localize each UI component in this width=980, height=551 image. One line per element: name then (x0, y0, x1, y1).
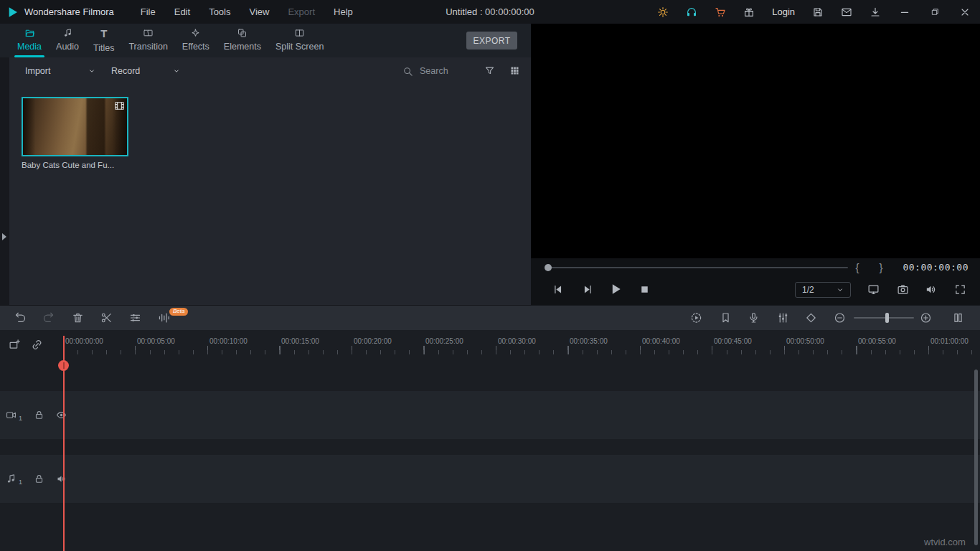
eye-icon[interactable] (56, 410, 67, 420)
display-device-icon[interactable] (867, 283, 880, 296)
undo-icon[interactable] (14, 312, 27, 324)
film-icon (114, 100, 125, 111)
ruler-label: 00:00:00:00 (65, 337, 103, 345)
timeline-zoom-slider[interactable] (854, 317, 914, 319)
support-headset-icon[interactable] (677, 0, 706, 24)
menu-item-edit[interactable]: Edit (165, 0, 199, 24)
seek-handle[interactable] (545, 264, 552, 271)
chevron-down-icon (173, 67, 180, 75)
timeline-vertical-scrollbar[interactable] (974, 369, 978, 545)
brightness-icon[interactable] (649, 0, 677, 24)
marker-icon[interactable] (720, 312, 732, 324)
preview-timecode: 00:00:00:00 (903, 262, 969, 273)
menu-item-file[interactable]: File (131, 0, 165, 24)
tab-media[interactable]: Media (10, 24, 49, 57)
download-icon[interactable] (861, 0, 890, 24)
menu-item-tools[interactable]: Tools (199, 0, 240, 24)
lock-icon[interactable] (34, 410, 44, 420)
export-button[interactable]: EXPORT (466, 32, 517, 50)
video-preview[interactable] (531, 24, 980, 258)
search-icon[interactable] (402, 66, 413, 77)
playback-quality-select[interactable]: 1/2 (795, 282, 851, 298)
maximize-button[interactable] (920, 0, 950, 24)
mark-out-icon[interactable]: } (875, 261, 887, 273)
ruler-label: 00:00:15:00 (281, 337, 319, 345)
redo-icon[interactable] (42, 312, 55, 324)
menu-item-help[interactable]: Help (324, 0, 362, 24)
menu-item-export[interactable]: Export (278, 0, 324, 24)
menu-item-view[interactable]: View (240, 0, 278, 24)
audio-track[interactable]: 1 (0, 455, 980, 503)
record-dropdown[interactable]: Record (111, 57, 180, 85)
video-track[interactable]: 1 (0, 391, 980, 439)
login-button[interactable]: Login (763, 6, 804, 17)
fit-timeline-icon[interactable] (952, 312, 964, 324)
lock-icon[interactable] (34, 474, 44, 484)
render-preview-icon[interactable] (690, 312, 702, 324)
effects-icon (189, 28, 202, 38)
folder-icon (24, 28, 36, 38)
previous-frame-icon[interactable] (552, 283, 565, 296)
audio-track-icon (6, 474, 17, 484)
audio-ducking-icon[interactable] (158, 312, 170, 324)
ruler-label: 00:00:05:00 (137, 337, 175, 345)
transition-icon (142, 28, 154, 38)
voiceover-mic-icon[interactable] (748, 312, 760, 324)
zoom-in-icon[interactable] (920, 312, 932, 324)
search-input[interactable] (418, 65, 474, 77)
tab-label: Split Screen (275, 42, 324, 52)
ruler-label: 00:01:00:00 (930, 337, 969, 345)
media-thumbnail (22, 97, 128, 156)
tab-effects[interactable]: Effects (175, 24, 217, 57)
mark-in-icon[interactable]: { (852, 261, 863, 273)
play-icon[interactable] (608, 282, 623, 296)
gift-icon[interactable] (735, 0, 763, 24)
scissors-icon[interactable] (100, 312, 113, 324)
filter-icon[interactable] (484, 65, 495, 76)
tab-label: Effects (182, 42, 209, 52)
audio-track-header: 1 (0, 472, 67, 486)
snapshot-icon[interactable] (897, 283, 909, 296)
panel-expand-icon[interactable] (2, 233, 6, 240)
speaker-icon[interactable] (925, 283, 937, 296)
video-track-icon (6, 410, 17, 420)
ruler-label: 00:00:40:00 (642, 337, 680, 345)
import-dropdown[interactable]: Import (25, 57, 95, 85)
stop-icon[interactable] (639, 283, 651, 296)
zoom-out-icon[interactable] (834, 312, 846, 324)
collapsed-side-strip (0, 57, 9, 305)
speaker-icon[interactable] (56, 474, 67, 484)
link-icon[interactable] (31, 339, 43, 351)
tab-label: Media (17, 42, 42, 52)
ruler-label: 00:00:35:00 (570, 337, 608, 345)
mail-icon[interactable] (832, 0, 861, 24)
delete-icon[interactable] (72, 312, 84, 324)
project-title: Untitled : 00:00:00:00 (446, 6, 534, 17)
seek-bar[interactable] (547, 267, 848, 268)
keyframe-icon[interactable] (805, 312, 817, 324)
grid-view-icon[interactable] (509, 65, 520, 76)
cart-icon[interactable] (706, 0, 735, 24)
fullscreen-icon[interactable] (954, 283, 966, 296)
tab-audio[interactable]: Audio (49, 24, 86, 57)
save-icon[interactable] (804, 0, 832, 24)
tab-split-screen[interactable]: Split Screen (268, 24, 331, 57)
next-frame-icon[interactable] (581, 283, 593, 296)
minimize-button[interactable] (890, 0, 920, 24)
music-note-icon (62, 28, 74, 38)
timeline-zoom-handle[interactable] (885, 313, 889, 323)
tab-titles[interactable]: T Titles (86, 24, 121, 57)
tab-transition[interactable]: Transition (121, 24, 174, 57)
tab-elements[interactable]: Elements (217, 24, 268, 57)
media-toolbar: Import Record (9, 57, 531, 85)
media-item[interactable]: Baby Cats Cute and Fu... (22, 97, 128, 169)
add-to-track-icon[interactable] (9, 339, 21, 351)
ruler-label: 00:00:50:00 (786, 337, 824, 345)
close-button[interactable] (950, 0, 980, 24)
titlebar-actions: Login (649, 0, 980, 24)
media-item-name: Baby Cats Cute and Fu... (22, 161, 128, 169)
adjust-icon[interactable] (129, 312, 141, 324)
ruler-minor-ticks (63, 350, 979, 354)
playhead-handle[interactable] (58, 360, 69, 371)
audio-mixer-icon[interactable] (777, 312, 789, 324)
